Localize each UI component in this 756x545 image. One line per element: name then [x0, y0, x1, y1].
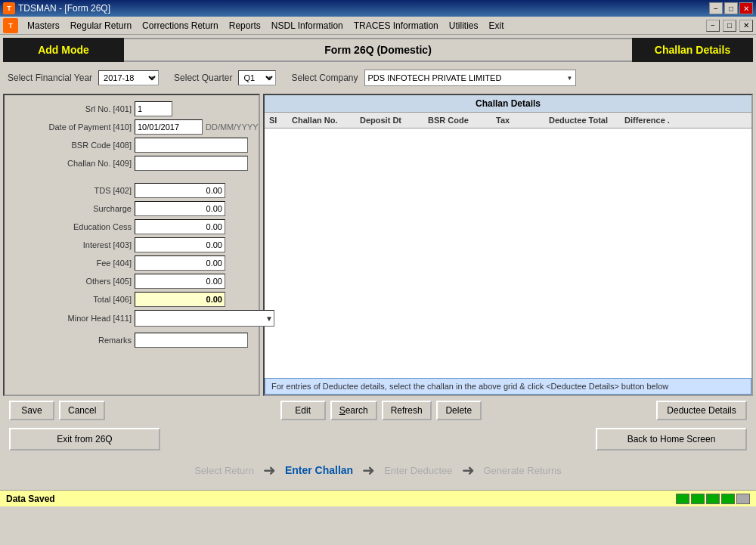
surcharge-row: Surcharge: [11, 201, 253, 216]
tds-label: TDS [402]: [11, 186, 132, 195]
edu-cess-label: Education Cess: [11, 222, 132, 231]
nav-row: Exit from 26Q Back to Home Screen: [3, 425, 753, 454]
col-bsr-code: BSR Code: [423, 114, 491, 126]
bsr-input[interactable]: [135, 138, 248, 153]
add-mode-label: Add Mode: [3, 38, 124, 62]
challan-grid-title: Challan Details: [265, 95, 751, 113]
remarks-input[interactable]: [135, 333, 248, 348]
deductee-details-button[interactable]: Deductee Details: [656, 401, 747, 420]
total-input[interactable]: [135, 292, 225, 307]
cancel-button[interactable]: Cancel: [59, 401, 105, 420]
wf-arrow-1: ➜: [263, 461, 276, 479]
status-block-4: [721, 494, 735, 504]
menu-regular-return[interactable]: Regular Return: [66, 19, 136, 33]
status-block-5: [736, 494, 750, 504]
minor-head-select[interactable]: [135, 310, 274, 327]
search-label: Search: [339, 405, 368, 416]
challan-no-label: Challan No. [409]: [11, 159, 132, 168]
surcharge-input[interactable]: [135, 201, 225, 216]
menu-utilities[interactable]: Utilities: [445, 19, 483, 33]
col-challan-no: Challan No.: [287, 114, 355, 126]
wf-arrow-3: ➜: [462, 461, 475, 479]
refresh-button[interactable]: Refresh: [382, 401, 432, 420]
bsr-label: BSR Code [408]: [11, 141, 132, 150]
maximize-button[interactable]: □: [724, 2, 738, 14]
right-panel: Challan Details Sl Challan No. Deposit D…: [263, 94, 753, 396]
fee-row: Fee [404]: [11, 255, 253, 271]
col-difference: Difference .: [620, 114, 751, 126]
status-bar: Data Saved: [0, 490, 756, 506]
status-block-1: [676, 494, 689, 504]
challan-no-input[interactable]: [135, 156, 248, 171]
wf-arrow-2: ➜: [362, 461, 375, 479]
menu-items: T Masters Regular Return Corrections Ret…: [3, 18, 508, 33]
srl-input[interactable]: [135, 101, 172, 116]
col-sl: Sl: [265, 114, 287, 126]
grid-header: Sl Challan No. Deposit Dt BSR Code Tax D…: [265, 113, 751, 129]
challan-no-row: Challan No. [409]: [11, 156, 253, 171]
quarter-select-container: Q1: [238, 70, 276, 85]
title-bar: T TDSMAN - [Form 26Q] − □ ✕: [0, 0, 756, 17]
menu-traces-information[interactable]: TRACES Information: [349, 19, 443, 33]
search-button[interactable]: Search: [330, 401, 377, 420]
wf-enter-deductee: Enter Deductee: [378, 465, 458, 476]
menu-nsdl-information[interactable]: NSDL Information: [267, 19, 348, 33]
fee-input[interactable]: [135, 255, 225, 271]
interest-label: Interest [403]: [11, 240, 132, 249]
wf-enter-challan: Enter Challan: [279, 464, 359, 476]
interest-input[interactable]: [135, 237, 225, 252]
menu-corrections-return[interactable]: Corrections Return: [138, 19, 223, 33]
window-controls: − □ ✕: [709, 2, 753, 14]
company-label: Select Company: [291, 73, 358, 83]
remarks-row: Remarks: [11, 333, 253, 348]
app-icon: T: [3, 2, 15, 14]
others-input[interactable]: [135, 274, 225, 289]
edu-cess-input[interactable]: [135, 219, 225, 234]
total-label: Total [406]: [11, 295, 132, 304]
menu-bar: T Masters Regular Return Corrections Ret…: [0, 17, 756, 35]
menu-exit[interactable]: Exit: [484, 19, 508, 33]
tds-row: TDS [402]: [11, 183, 253, 198]
quarter-label: Select Quarter: [174, 73, 232, 83]
status-block-2: [691, 494, 705, 504]
col-deductee-total: Deductee Total: [544, 114, 620, 126]
close-button[interactable]: ✕: [739, 2, 753, 14]
mdi-close[interactable]: ✕: [739, 20, 753, 32]
fy-select-container: 2017-18: [98, 70, 159, 85]
back-to-home-button[interactable]: Back to Home Screen: [596, 428, 747, 451]
form-title: Form 26Q (Domestic): [124, 38, 632, 62]
menu-reports[interactable]: Reports: [225, 19, 265, 33]
company-select[interactable]: PDS INFOTECH PRIVATE LIMITED: [364, 70, 576, 86]
refresh-label: Refresh: [391, 405, 423, 416]
main-panels: Srl No. [401] Date of Payment [410] DD/M…: [3, 94, 753, 396]
fy-label: Select Financial Year: [8, 73, 92, 83]
date-input[interactable]: [135, 119, 203, 135]
date-hint: DD/MM/YYYY: [206, 122, 259, 132]
col-deposit-dt: Deposit Dt: [355, 114, 423, 126]
minor-head-wrapper: ▼: [135, 310, 274, 327]
filter-row: Select Financial Year 2017-18 Select Qua…: [3, 67, 753, 89]
mdi-restore[interactable]: □: [723, 20, 736, 32]
others-label: Others [405]: [11, 277, 132, 286]
delete-button[interactable]: Delete: [436, 401, 482, 420]
main-content: Add Mode Form 26Q (Domestic) Challan Det…: [0, 35, 756, 490]
bsr-row: BSR Code [408]: [11, 138, 253, 153]
status-indicator: [676, 494, 750, 504]
save-button[interactable]: Save: [9, 401, 54, 420]
company-select-container: PDS INFOTECH PRIVATE LIMITED: [364, 70, 576, 86]
others-row: Others [405]: [11, 274, 253, 289]
minimize-button[interactable]: −: [709, 2, 723, 14]
edit-button[interactable]: Edit: [280, 401, 326, 420]
exit-from-26q-button[interactable]: Exit from 26Q: [9, 428, 160, 451]
fy-select[interactable]: 2017-18: [98, 70, 159, 85]
tds-input[interactable]: [135, 183, 225, 198]
edu-cess-row: Education Cess: [11, 219, 253, 234]
quarter-select[interactable]: Q1: [238, 70, 276, 85]
wf-select-return: Select Return: [188, 465, 260, 476]
mdi-minimize[interactable]: −: [706, 20, 720, 32]
srl-label: Srl No. [401]: [11, 104, 132, 113]
fee-label: Fee [404]: [11, 259, 132, 268]
mdi-controls: − □ ✕: [706, 20, 753, 32]
menu-masters[interactable]: Masters: [23, 19, 64, 33]
button-bar: Save Cancel Edit Search Refresh Delete D…: [3, 396, 753, 425]
